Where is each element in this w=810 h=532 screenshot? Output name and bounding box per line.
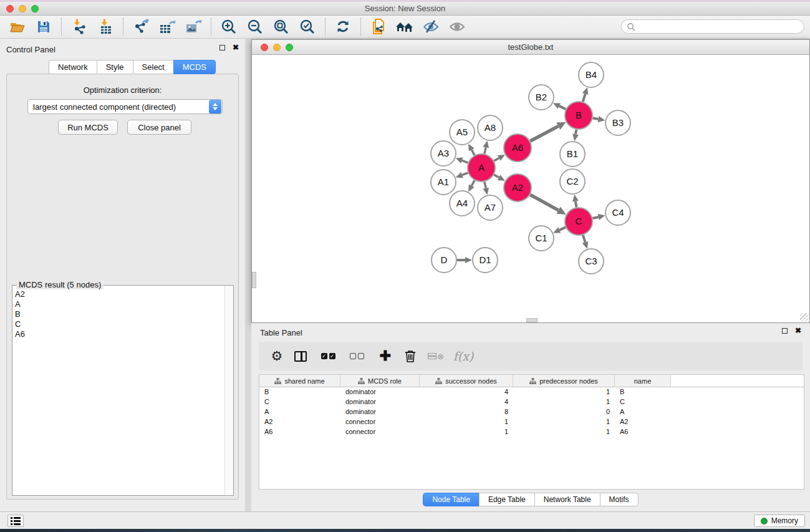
graph-edge-B-B3[interactable] bbox=[593, 118, 599, 119]
column-header-predecessor-nodes[interactable]: predecessor nodes bbox=[513, 375, 615, 387]
zoom-in-button[interactable] bbox=[218, 17, 240, 36]
table-row[interactable]: Bdominator41B bbox=[259, 387, 804, 397]
table-cell[interactable]: dominator bbox=[340, 407, 420, 417]
close-table-panel-icon[interactable]: ✖ bbox=[795, 328, 801, 334]
column-header-successor-nodes[interactable]: successor nodes bbox=[420, 375, 513, 387]
column-header-MCDS-role[interactable]: MCDS role bbox=[340, 375, 420, 387]
close-panel-icon[interactable]: ✖ bbox=[233, 45, 239, 51]
function-builder-icon[interactable]: f(x) bbox=[451, 347, 476, 365]
zoom-out-button[interactable] bbox=[244, 17, 266, 36]
graph-edge-C-C1[interactable] bbox=[559, 227, 566, 230]
result-item[interactable]: B bbox=[15, 309, 224, 319]
table-cell[interactable]: A bbox=[615, 407, 671, 417]
graph-edge-A-A6[interactable] bbox=[494, 158, 499, 160]
network-window-titlebar[interactable]: testGlobe.txt bbox=[252, 40, 809, 55]
delete-table-icon[interactable]: ⊗ bbox=[426, 347, 446, 365]
table-cell[interactable]: 1 bbox=[420, 427, 513, 437]
result-item[interactable]: A2 bbox=[15, 289, 224, 299]
open-file-button[interactable] bbox=[6, 17, 29, 36]
result-list-scrollbar[interactable] bbox=[224, 286, 233, 495]
table-options-gear-icon[interactable]: ⚙ bbox=[268, 347, 286, 365]
tab-node-table[interactable]: Node Table bbox=[423, 493, 479, 506]
graph-edge-A-A2[interactable] bbox=[494, 175, 499, 177]
table-row[interactable]: A6connector11A6 bbox=[259, 427, 804, 437]
graph-edge-A-A3[interactable] bbox=[462, 160, 468, 163]
create-column-icon[interactable]: ✚ bbox=[376, 347, 395, 365]
table-cell[interactable]: 0 bbox=[513, 407, 615, 417]
unselect-all-checkboxes-icon[interactable] bbox=[346, 347, 367, 365]
hide-graphics-details-button[interactable] bbox=[420, 17, 442, 36]
table-row[interactable]: Adominator80A bbox=[259, 407, 804, 417]
table-row[interactable]: Cdominator41C bbox=[259, 397, 804, 407]
home-view-button[interactable] bbox=[393, 17, 416, 36]
window-resize-grip[interactable] bbox=[800, 313, 809, 322]
column-header-shared-name[interactable]: shared name bbox=[259, 375, 340, 387]
import-network-button[interactable] bbox=[68, 17, 90, 36]
result-item[interactable]: A bbox=[15, 299, 224, 309]
delete-column-icon[interactable] bbox=[401, 347, 420, 365]
table-cell[interactable]: 1 bbox=[513, 397, 615, 407]
table-cell[interactable]: 1 bbox=[420, 417, 513, 427]
search-input[interactable] bbox=[638, 22, 804, 31]
table-cell[interactable]: connector bbox=[340, 417, 420, 427]
table-cell[interactable]: B bbox=[259, 387, 340, 397]
column-header-name[interactable]: name bbox=[615, 375, 671, 387]
run-mcds-button[interactable]: Run MCDS bbox=[58, 120, 118, 135]
search-field[interactable] bbox=[621, 19, 804, 34]
duplicate-network-button[interactable] bbox=[367, 17, 390, 36]
graph-edge-C-C2[interactable] bbox=[576, 201, 577, 208]
refresh-view-button[interactable] bbox=[332, 17, 354, 36]
export-table-button[interactable] bbox=[156, 17, 178, 36]
graph-edge-A6-B[interactable] bbox=[530, 126, 558, 141]
tab-style[interactable]: Style bbox=[97, 60, 133, 74]
graph-edge-A-A4[interactable] bbox=[471, 180, 475, 186]
zoom-selected-button[interactable] bbox=[296, 17, 319, 36]
import-table-button[interactable] bbox=[94, 17, 117, 36]
graph-edge-B-B4[interactable] bbox=[583, 94, 586, 102]
zoom-fit-button[interactable] bbox=[270, 17, 292, 36]
result-item[interactable]: C bbox=[15, 319, 224, 329]
optimization-criterion-dropdown[interactable]: largest connected component (directed) bbox=[27, 99, 223, 114]
select-all-checkboxes-icon[interactable]: ✓✓ bbox=[317, 347, 339, 365]
result-item[interactable]: A6 bbox=[15, 329, 224, 339]
task-history-button[interactable] bbox=[7, 515, 24, 527]
tab-mcds[interactable]: MCDS bbox=[173, 60, 216, 74]
export-image-button[interactable] bbox=[182, 17, 205, 36]
table-cell[interactable]: 1 bbox=[513, 417, 615, 427]
tab-motifs[interactable]: Motifs bbox=[600, 493, 639, 506]
tab-network[interactable]: Network bbox=[49, 60, 97, 74]
graph-edge-B-B1[interactable] bbox=[576, 130, 576, 135]
birdseye-grip-left[interactable] bbox=[252, 272, 256, 288]
tab-edge-table[interactable]: Edge Table bbox=[479, 493, 534, 506]
table-cell[interactable]: dominator bbox=[340, 397, 420, 407]
graph-edge-A2-C[interactable] bbox=[530, 195, 558, 210]
graph-edge-A-A1[interactable] bbox=[462, 173, 468, 175]
memory-button[interactable]: Memory bbox=[754, 515, 805, 527]
show-graphics-details-button[interactable] bbox=[446, 17, 468, 36]
table-cell[interactable]: A bbox=[259, 407, 340, 417]
table-cell[interactable]: B bbox=[615, 387, 671, 397]
graph-edge-A-A8[interactable] bbox=[485, 147, 486, 153]
table-cell[interactable]: A6 bbox=[259, 427, 340, 437]
save-session-button[interactable] bbox=[32, 17, 55, 36]
table-cell[interactable]: C bbox=[615, 397, 671, 407]
table-cell[interactable]: dominator bbox=[340, 387, 420, 397]
mcds-result-list[interactable]: A2ABCA6 bbox=[12, 286, 224, 495]
table-cell[interactable]: 1 bbox=[513, 387, 615, 397]
graph-edge-A-A5[interactable] bbox=[471, 150, 475, 155]
graph-edge-C-C3[interactable] bbox=[583, 235, 586, 243]
table-cell[interactable]: A6 bbox=[615, 427, 671, 437]
graph-edge-C-C4[interactable] bbox=[592, 217, 598, 218]
float-table-panel-icon[interactable] bbox=[782, 328, 788, 334]
table-cell[interactable]: 4 bbox=[420, 397, 513, 407]
network-graph[interactable]: B4B2BB3A8A5A6A3B1AA1C2A2A4A7C4CC1C3DD1 bbox=[252, 55, 809, 322]
show-column-icon[interactable] bbox=[291, 347, 310, 365]
float-panel-icon[interactable] bbox=[219, 45, 225, 51]
tab-network-table[interactable]: Network Table bbox=[534, 493, 600, 506]
tab-select[interactable]: Select bbox=[133, 60, 173, 74]
network-canvas[interactable]: B4B2BB3A8A5A6A3B1AA1C2A2A4A7C4CC1C3DD1 bbox=[252, 55, 809, 322]
graph-edge-A-A7[interactable] bbox=[485, 181, 486, 188]
export-network-button[interactable] bbox=[130, 17, 152, 36]
table-cell[interactable]: A2 bbox=[259, 417, 340, 427]
table-cell[interactable]: C bbox=[259, 397, 340, 407]
